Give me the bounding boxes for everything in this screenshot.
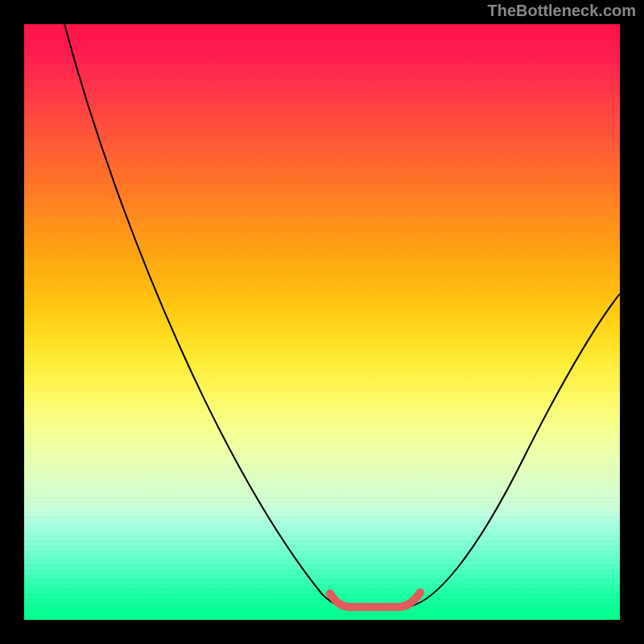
curve-layer — [24, 24, 620, 620]
curve-right — [407, 294, 620, 607]
watermark-text: TheBottleneck.com — [488, 2, 636, 20]
plot-area — [24, 24, 620, 620]
chart-container: TheBottleneck.com — [0, 0, 644, 644]
curve-left — [64, 24, 342, 607]
optimal-range-marker — [330, 592, 420, 607]
